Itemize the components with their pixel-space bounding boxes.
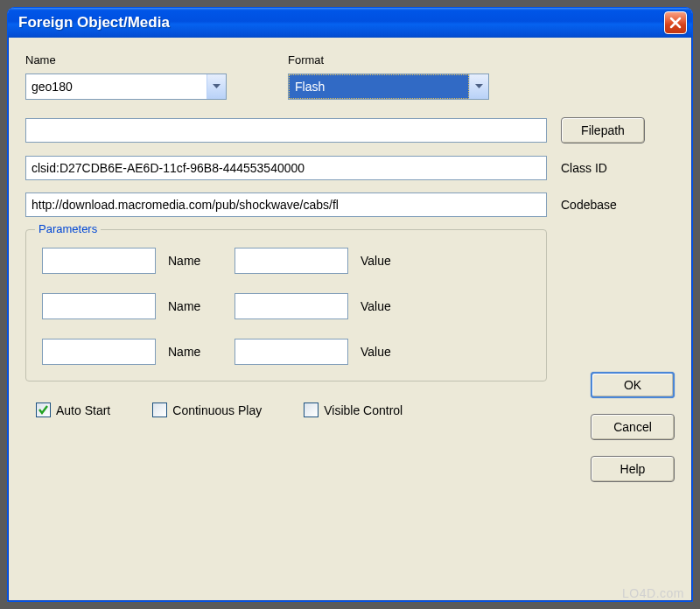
- chevron-down-icon: [475, 84, 483, 89]
- format-combo[interactable]: Flash: [288, 74, 489, 100]
- autostart-label: Auto Start: [56, 403, 110, 417]
- chevron-down-icon: [213, 84, 220, 89]
- ok-button[interactable]: OK: [591, 372, 675, 398]
- parameters-fieldset: Parameters Name Value Name Value Name Va…: [25, 229, 547, 382]
- titlebar: Foreign Object/Media: [8, 8, 692, 38]
- classid-row: Class ID: [25, 156, 675, 180]
- name-label: Name: [25, 53, 227, 66]
- format-group: Format Flash: [288, 53, 489, 100]
- param-name-input-3[interactable]: [42, 339, 156, 365]
- filepath-row: Filepath: [25, 117, 675, 144]
- cancel-button[interactable]: Cancel: [591, 414, 675, 440]
- checkbox-row: Auto Start Continuous Play Visible Contr…: [36, 402, 675, 417]
- dialog-window: Foreign Object/Media Name geo180 Format: [7, 7, 693, 602]
- name-combo-button[interactable]: [206, 74, 226, 99]
- visible-checkbox[interactable]: [304, 402, 318, 417]
- classid-label: Class ID: [561, 161, 648, 175]
- param-value-label: Value: [360, 254, 415, 268]
- param-name-input-2[interactable]: [42, 293, 156, 319]
- param-name-input-1[interactable]: [42, 248, 156, 274]
- param-row-2: Name Value: [42, 293, 530, 319]
- close-button[interactable]: [664, 11, 687, 34]
- visible-check[interactable]: Visible Control: [304, 402, 402, 417]
- close-icon: [669, 17, 682, 29]
- classid-input[interactable]: [25, 156, 547, 180]
- param-row-1: Name Value: [42, 248, 530, 274]
- continuous-checkbox[interactable]: [152, 402, 167, 417]
- parameters-legend: Parameters: [35, 222, 101, 235]
- param-row-3: Name Value: [42, 339, 530, 365]
- checkmark-icon: [38, 404, 49, 416]
- format-label: Format: [288, 53, 489, 66]
- param-value-input-2[interactable]: [234, 293, 348, 319]
- format-combo-button[interactable]: [469, 74, 488, 99]
- watermark: LO4D.com: [622, 586, 684, 600]
- codebase-input[interactable]: [25, 192, 547, 217]
- autostart-check[interactable]: Auto Start: [36, 402, 110, 417]
- dialog-content: Name geo180 Format Flash: [8, 38, 692, 431]
- param-value-label: Value: [360, 299, 415, 313]
- codebase-row: Codebase: [25, 192, 675, 217]
- name-group: Name geo180: [25, 53, 227, 100]
- name-combo[interactable]: geo180: [25, 74, 227, 100]
- codebase-label: Codebase: [561, 198, 648, 212]
- param-name-label: Name: [168, 345, 222, 359]
- dialog-buttons: OK Cancel Help: [591, 372, 675, 482]
- param-value-input-1[interactable]: [234, 248, 348, 274]
- help-button[interactable]: Help: [591, 456, 675, 482]
- format-combo-value: Flash: [289, 74, 469, 99]
- param-value-input-3[interactable]: [234, 339, 348, 365]
- continuous-label: Continuous Play: [172, 403, 262, 417]
- filepath-input[interactable]: [25, 118, 547, 143]
- top-row: Name geo180 Format Flash: [25, 53, 675, 100]
- filepath-button[interactable]: Filepath: [561, 117, 645, 144]
- visible-label: Visible Control: [324, 403, 402, 417]
- continuous-check[interactable]: Continuous Play: [152, 402, 262, 417]
- param-value-label: Value: [360, 345, 415, 359]
- param-name-label: Name: [168, 254, 222, 268]
- param-name-label: Name: [168, 299, 222, 313]
- name-combo-value: geo180: [26, 74, 206, 99]
- autostart-checkbox[interactable]: [36, 402, 51, 417]
- window-title: Foreign Object/Media: [18, 14, 664, 32]
